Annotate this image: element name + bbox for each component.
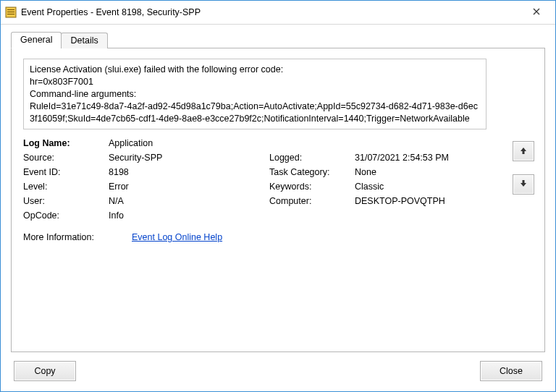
close-icon <box>533 7 540 17</box>
value-task-category: None <box>355 167 376 177</box>
value-log-name: Application <box>109 138 153 148</box>
window-close-button[interactable] <box>521 2 552 22</box>
label-log-name: Log Name: <box>23 138 109 148</box>
event-description[interactable]: License Activation (slui.exe) failed wit… <box>23 59 486 129</box>
previous-event-button[interactable] <box>513 141 534 161</box>
tab-general[interactable]: General <box>11 32 62 48</box>
value-user: N/A <box>109 196 124 206</box>
label-logged: Logged: <box>269 153 355 163</box>
event-properties-window: Event Properties - Event 8198, Security-… <box>0 0 556 392</box>
fields-left: Log Name:Application Source:Security-SPP… <box>23 138 240 225</box>
svg-rect-2 <box>7 12 14 12</box>
value-opcode: Info <box>109 210 124 221</box>
label-opcode: OpCode: <box>23 210 109 221</box>
tab-details[interactable]: Details <box>61 33 107 48</box>
label-source: Source: <box>23 153 109 163</box>
client-area: General Details License Activation (slui… <box>1 25 555 391</box>
copy-button[interactable]: Copy <box>14 361 76 381</box>
tab-strip: General Details <box>11 32 545 48</box>
value-logged: 31/07/2021 2:54:53 PM <box>355 153 449 163</box>
value-event-id: 8198 <box>109 167 129 177</box>
close-button[interactable]: Close <box>480 361 542 381</box>
dialog-button-row: Copy Close <box>11 361 545 381</box>
titlebar: Event Properties - Event 8198, Security-… <box>1 1 555 25</box>
label-user: User: <box>23 196 109 206</box>
next-event-button[interactable] <box>513 174 534 195</box>
fields-right: .. Logged:31/07/2021 2:54:53 PM Task Cat… <box>269 138 486 225</box>
value-source: Security-SPP <box>109 153 162 163</box>
nav-buttons <box>513 141 534 195</box>
window-title: Event Properties - Event 8198, Security-… <box>21 7 521 17</box>
label-event-id: Event ID: <box>23 167 109 177</box>
label-computer: Computer: <box>269 196 355 206</box>
event-fields: Log Name:Application Source:Security-SPP… <box>23 138 486 225</box>
event-log-online-help-link[interactable]: Event Log Online Help <box>132 232 222 242</box>
label-task-category: Task Category: <box>269 167 355 177</box>
value-computer: DESKTOP-POVQTPH <box>355 196 445 206</box>
svg-rect-3 <box>7 14 14 14</box>
app-icon <box>5 7 17 18</box>
arrow-up-icon <box>519 146 528 157</box>
value-level: Error <box>109 182 129 192</box>
general-panel: License Activation (slui.exe) failed wit… <box>11 48 545 352</box>
svg-rect-1 <box>7 9 14 10</box>
label-more-info: More Information: <box>23 232 132 242</box>
label-level: Level: <box>23 182 109 192</box>
label-keywords: Keywords: <box>269 182 355 192</box>
arrow-down-icon <box>519 179 528 190</box>
more-info-row: More Information: Event Log Online Help <box>23 232 533 242</box>
value-keywords: Classic <box>355 182 384 192</box>
